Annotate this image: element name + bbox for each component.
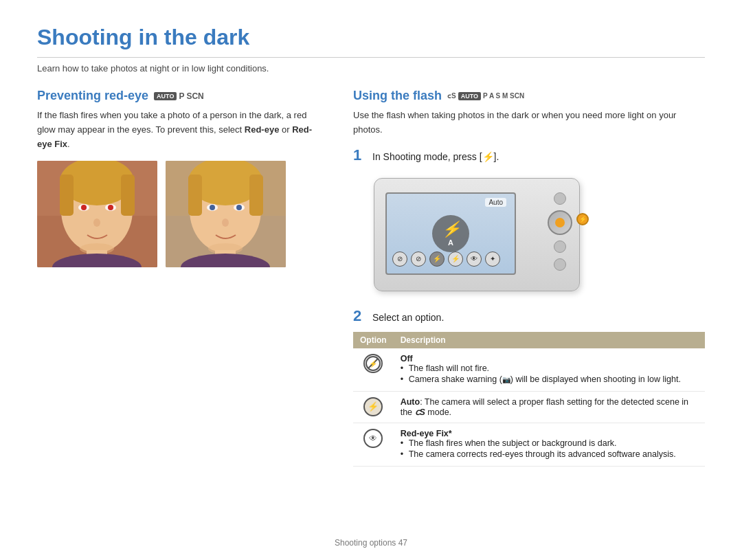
right-section-title: Using the flash ᴄS AUTO P A S M SCN xyxy=(353,89,705,103)
svg-point-6 xyxy=(78,204,89,211)
page-subtitle: Learn how to take photos at night or in … xyxy=(37,63,705,74)
redeye-label: Red-eye Fix* xyxy=(401,429,698,438)
svg-point-7 xyxy=(81,205,87,210)
photo-before xyxy=(37,161,157,267)
options-table: Option Description ⚡ xyxy=(353,332,705,467)
icon-cell-off: ⚡ xyxy=(353,348,394,392)
svg-rect-0 xyxy=(37,161,157,267)
redeye-icon: 👁 xyxy=(363,429,383,448)
svg-point-21 xyxy=(210,205,215,210)
body-text-3: . xyxy=(67,139,70,149)
auto-icon: ⚡ xyxy=(363,397,383,416)
cam-btn-2 xyxy=(554,240,566,253)
step-2-number: 2 xyxy=(353,308,368,324)
redeye-bullet-1: The flash fires when the subject or back… xyxy=(401,438,698,448)
svg-point-13 xyxy=(52,254,142,267)
svg-text:⚡: ⚡ xyxy=(369,359,378,368)
svg-rect-12 xyxy=(87,250,107,267)
svg-point-10 xyxy=(93,219,100,227)
bold-redeye: Red-eye xyxy=(245,124,280,135)
svg-rect-14 xyxy=(166,161,286,267)
off-label: Off xyxy=(401,354,698,363)
off-svg: ⚡ xyxy=(365,355,381,372)
svg-point-23 xyxy=(236,205,242,210)
body-text-2: or xyxy=(279,124,292,135)
camera-screen: Auto ⚡ A ⊘ ⊘ ⚡ ⚡ 👁 ✦ xyxy=(385,192,516,275)
left-section-title: Preventing red-eye AUTO P SCN xyxy=(37,89,326,103)
svg-point-11 xyxy=(80,243,114,254)
flash-icon-center: ⚡ A xyxy=(432,215,469,252)
auto-label: Auto xyxy=(401,397,420,407)
svg-rect-15 xyxy=(166,161,286,216)
flash-icon-inline: ⚡ xyxy=(482,151,494,162)
desc-cell-redeye: Red-eye Fix* The flash fires when the su… xyxy=(394,423,705,466)
flash-indicator: ⚡ xyxy=(576,213,589,225)
right-column: Using the flash ᴄS AUTO P A S M SCN Use … xyxy=(353,89,705,467)
page-title: Shooting in the dark xyxy=(37,25,705,58)
mode-icon-2: ⊘ xyxy=(411,251,426,267)
svg-rect-1 xyxy=(37,161,157,216)
camera-right-controls xyxy=(543,186,576,285)
shake-icon: 📷 xyxy=(502,376,510,383)
table-row-off: ⚡ Off The flash will not fire. Camera sh… xyxy=(353,348,705,392)
left-section-body: If the flash fires when you take a photo… xyxy=(37,109,326,151)
svg-point-8 xyxy=(105,204,116,211)
mode-icon-5: 👁 xyxy=(466,251,482,267)
table-row-redeye: 👁 Red-eye Fix* The flash fires when the … xyxy=(353,423,705,466)
svg-rect-26 xyxy=(215,250,236,267)
step-2-text: Select an option. xyxy=(372,308,444,325)
step-1-text-suffix: ]. xyxy=(494,151,499,162)
mode-icon-3: ⚡ xyxy=(429,251,445,267)
camera-auto-label: Auto xyxy=(485,198,506,207)
mode-icon-6: ✦ xyxy=(485,251,500,267)
svg-point-20 xyxy=(207,204,218,211)
svg-point-16 xyxy=(190,168,261,253)
svg-point-24 xyxy=(222,219,229,227)
svg-rect-18 xyxy=(188,175,202,216)
step-1-text: In Shooting mode, press [⚡]. xyxy=(372,147,499,164)
cs-mode-label: ᴄS xyxy=(415,407,425,417)
badge-auto: AUTO xyxy=(154,92,177,100)
camera-body: Auto ⚡ A ⊘ ⊘ ⚡ ⚡ 👁 ✦ xyxy=(374,178,580,291)
cam-btn-1 xyxy=(554,192,566,205)
svg-point-17 xyxy=(188,161,262,205)
svg-rect-19 xyxy=(249,175,263,216)
desc-cell-auto: Auto: The camera will select a proper fl… xyxy=(394,391,705,423)
page-container: Shooting in the dark Learn how to take p… xyxy=(0,0,742,487)
table-body: ⚡ Off The flash will not fire. Camera sh… xyxy=(353,348,705,467)
off-icon: ⚡ xyxy=(363,354,383,373)
off-bullet-1: The flash will not fire. xyxy=(401,363,698,373)
icon-row: ⊘ ⊘ ⚡ ⚡ 👁 ✦ xyxy=(392,251,500,267)
cam-nav-center xyxy=(555,218,565,227)
icon-cell-auto: ⚡ xyxy=(353,391,394,423)
badge-auto-right: AUTO xyxy=(458,92,481,100)
badge-p-right: P A S M SCN xyxy=(483,92,524,100)
svg-point-2 xyxy=(61,168,133,253)
badge-scn: SCN xyxy=(186,91,203,101)
left-title-text: Preventing red-eye xyxy=(37,89,148,103)
photo-after xyxy=(166,161,286,267)
footer-text: Shooting options 47 xyxy=(335,538,407,548)
col-option: Option xyxy=(353,332,394,348)
cam-btn-3 xyxy=(554,258,566,271)
cam-nav-ring xyxy=(548,210,572,235)
left-column: Preventing red-eye AUTO P SCN If the fla… xyxy=(37,89,326,267)
off-bullets: The flash will not fire. Camera shake wa… xyxy=(401,363,698,384)
svg-point-27 xyxy=(181,254,270,267)
photo-row xyxy=(37,161,326,267)
col-description: Description xyxy=(394,332,705,348)
camera-illustration: Auto ⚡ A ⊘ ⊘ ⚡ ⚡ 👁 ✦ xyxy=(374,171,607,298)
right-mode-badges: ᴄS AUTO P A S M SCN xyxy=(447,92,524,100)
svg-point-22 xyxy=(234,204,245,211)
redeye-bullet-2: The camera corrects red-eyes through its… xyxy=(401,449,698,459)
svg-rect-5 xyxy=(121,175,135,216)
mode-icon-1: ⊘ xyxy=(392,251,407,267)
redeye-bullets: The flash fires when the subject or back… xyxy=(401,438,698,459)
desc-cell-off: Off The flash will not fire. Camera shak… xyxy=(394,348,705,392)
flash-a-label: A xyxy=(448,238,453,247)
step-1-number: 1 xyxy=(353,147,368,164)
badge-p: P xyxy=(179,91,184,101)
svg-point-3 xyxy=(60,161,134,205)
mode-icon-4: ⚡ xyxy=(448,251,463,267)
svg-point-25 xyxy=(208,243,243,254)
